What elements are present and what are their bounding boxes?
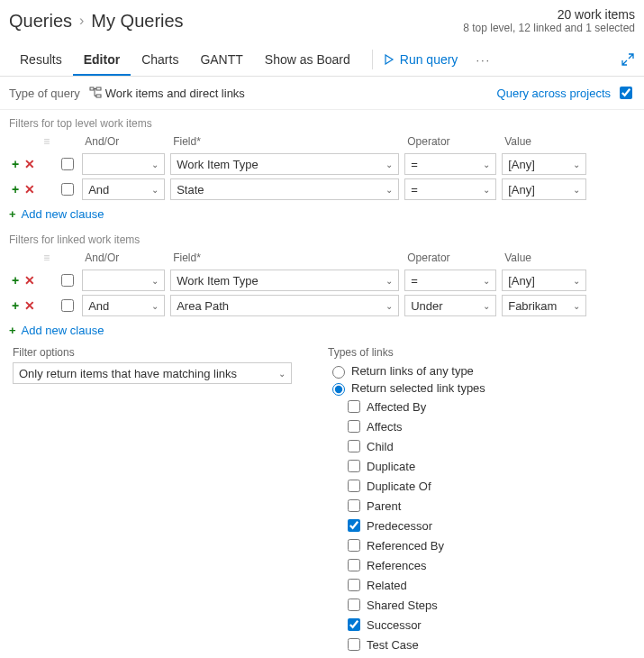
link-type-label: Affected By [367,400,426,414]
query-type-label: Type of query [9,87,80,100]
linked-row-0: + ✕ ⌄ Work Item Type⌄ =⌄ [Any]⌄ [9,268,589,293]
link-type-checkbox[interactable] [348,599,360,611]
link-type-label: References [367,559,426,572]
link-type-checkbox[interactable] [348,420,360,433]
link-type-row[interactable]: Referenced By [328,535,485,555]
add-clause-label: Add new clause [22,207,104,221]
link-type-checkbox[interactable] [348,638,360,651]
link-type-checkbox[interactable] [348,559,360,571]
operator-select[interactable]: =⌄ [404,178,496,200]
operator-select[interactable]: =⌄ [404,153,496,175]
row-checkbox[interactable] [61,183,74,196]
delete-row-icon[interactable]: ✕ [24,157,35,171]
add-row-icon[interactable]: + [12,273,19,288]
col-operator: Operator [402,248,499,268]
link-type-row[interactable]: Shared Steps [328,595,485,615]
link-type-row[interactable]: Parent [328,496,485,516]
link-type-row[interactable]: Child [328,436,485,456]
add-row-icon[interactable]: + [12,182,19,196]
tab-results[interactable]: Results [9,43,73,76]
expand-icon[interactable] [621,52,635,67]
andor-select[interactable]: And⌄ [82,295,165,316]
stats-block: 20 work items 8 top level, 12 linked and… [463,7,635,34]
link-type-checkbox[interactable] [348,519,360,532]
link-type-row[interactable]: Affects [328,416,485,436]
link-type-checkbox[interactable] [348,440,360,452]
link-type-row[interactable]: Test Case [328,635,485,654]
breadcrumb-root[interactable]: Queries [9,11,72,32]
delete-row-icon[interactable]: ✕ [24,182,35,196]
query-type-text: Work items and direct links [105,87,245,100]
field-select[interactable]: Area Path⌄ [170,295,399,316]
breadcrumb-current[interactable]: My Queries [91,11,183,32]
link-type-row[interactable]: Duplicate [328,456,485,476]
stats-sub: 8 top level, 12 linked and 1 selected [463,22,635,34]
col-andor: And/Or [79,132,168,151]
tab-gantt[interactable]: GANTT [189,43,253,76]
link-type-row[interactable]: Affected By [328,397,485,416]
top-row-0: + ✕ ⌄ Work Item Type⌄ =⌄ [Any]⌄ [9,151,589,177]
link-type-row[interactable]: Duplicate Of [328,476,485,496]
value-select[interactable]: [Any]⌄ [502,270,586,291]
link-type-checkbox[interactable] [348,480,360,492]
delete-row-icon[interactable]: ✕ [24,273,35,288]
link-type-row[interactable]: References [328,555,485,575]
link-type-label: Duplicate [367,460,415,473]
link-type-row[interactable]: Related [328,575,485,595]
drag-icon: ≡ [43,135,50,148]
field-select[interactable]: Work Item Type⌄ [170,153,399,175]
query-type-value[interactable]: Work items and direct links [89,87,245,100]
link-type-checkbox[interactable] [348,460,360,472]
add-row-icon[interactable]: + [12,298,19,313]
tree-icon [89,87,102,99]
link-type-row[interactable]: Successor [328,615,485,635]
run-query-button[interactable]: Run query [384,52,458,67]
col-field: Field* [168,132,402,151]
tab-show-as-board[interactable]: Show as Board [254,43,361,76]
link-type-checkbox[interactable] [348,539,360,552]
plus-icon: + [9,324,16,337]
link-type-label: Parent [367,499,401,513]
link-type-row[interactable]: Predecessor [328,516,485,535]
radio-selected-input[interactable] [332,383,345,396]
add-clause-linked[interactable]: + Add new clause [0,318,644,343]
across-label: Query across projects [497,87,611,100]
row-checkbox[interactable] [61,274,74,287]
radio-any-type[interactable]: Return links of any type [328,362,485,379]
value-select[interactable]: [Any]⌄ [502,178,586,200]
andor-select[interactable]: ⌄ [82,153,165,175]
filter-options-block: Filter options Only return items that ha… [13,346,292,658]
andor-select[interactable]: ⌄ [82,270,165,291]
col-operator: Operator [402,132,499,151]
link-type-checkbox[interactable] [348,499,360,512]
operator-select[interactable]: =⌄ [404,270,496,291]
tab-charts[interactable]: Charts [131,43,189,76]
row-checkbox[interactable] [61,299,74,312]
add-clause-label: Add new clause [22,324,104,337]
row-checkbox[interactable] [61,158,74,170]
field-select[interactable]: Work Item Type⌄ [170,270,399,291]
value-select[interactable]: Fabrikam⌄ [502,295,586,316]
across-checkbox[interactable] [620,87,632,99]
filter-options-select[interactable]: Only return items that have matching lin… [13,362,292,384]
delete-row-icon[interactable]: ✕ [24,298,35,313]
radio-any-input[interactable] [332,366,345,379]
add-clause-top[interactable]: + Add new clause [0,202,644,226]
value-select[interactable]: [Any]⌄ [502,153,586,175]
add-row-icon[interactable]: + [12,157,19,171]
link-type-row[interactable]: Tested By [328,654,485,658]
andor-select[interactable]: And⌄ [82,178,165,200]
query-across-projects[interactable]: Query across projects [497,84,635,102]
field-select[interactable]: State⌄ [170,178,399,200]
play-icon [384,54,395,65]
link-type-label: Shared Steps [367,599,438,612]
tab-editor[interactable]: Editor [73,43,131,76]
more-menu[interactable]: ··· [476,53,491,67]
link-type-label: Test Case [367,638,419,652]
radio-selected-types[interactable]: Return selected link types [328,379,485,397]
link-type-checkbox[interactable] [348,618,360,631]
link-type-checkbox[interactable] [348,579,360,591]
plus-icon: + [9,207,16,221]
link-type-checkbox[interactable] [348,400,360,413]
operator-select[interactable]: Under⌄ [404,295,496,316]
